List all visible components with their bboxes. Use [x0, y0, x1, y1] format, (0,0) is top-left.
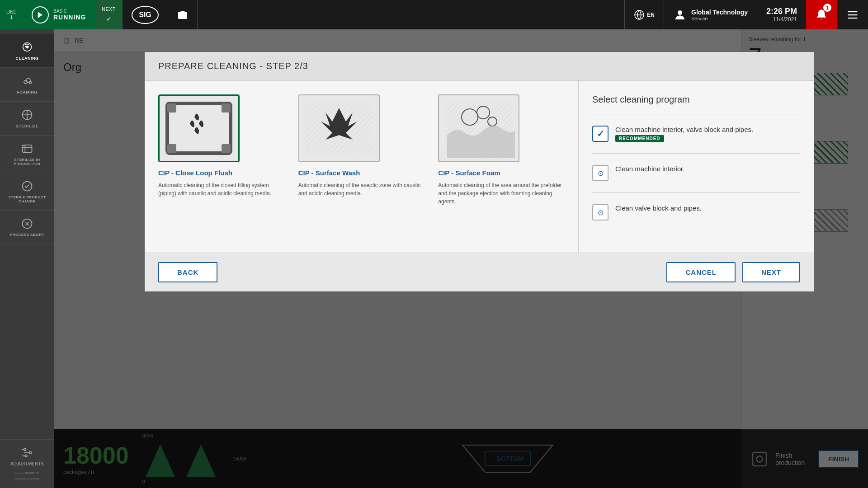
main-content: 📋 RE Org Sleeves remaining for ℹ 7 min C… — [54, 29, 868, 488]
sidebar-label-foaming: FOAMING — [17, 90, 38, 94]
svg-point-8 — [26, 46, 28, 48]
svg-point-11 — [29, 81, 32, 84]
cip-surface-wash-desc: Automatic cleaning of the aseptic zone w… — [298, 181, 425, 197]
program-label-valve-clean: Clean valve block and pipes. — [615, 204, 800, 212]
prepare-cleaning-dialog: PREPARE CLEANING - STEP 2/3 — [145, 52, 814, 291]
sidebar-label-adjustments: ADJUSTMENTS — [10, 461, 44, 466]
program-option-interior-clean[interactable]: Clean machine interior. — [592, 160, 800, 186]
program-text-valve-clean: Clean valve block and pipes. — [615, 204, 800, 212]
svg-rect-22 — [167, 103, 176, 113]
line-label: LINE — [6, 9, 16, 14]
sidebar-label-process-abort: PROCESS ABORT — [10, 233, 44, 237]
svg-rect-21 — [167, 103, 231, 153]
sidebar-label-sterilize: STERILIZE — [16, 124, 39, 128]
line-number: 1 — [10, 14, 13, 20]
notification-bell[interactable]: 1 — [806, 0, 837, 29]
transfer-button[interactable] — [595, 0, 624, 29]
divider-1 — [592, 114, 800, 114]
machine-name: SIG Combibloc — [15, 471, 39, 475]
user-name: Global Technology — [691, 9, 748, 16]
cleaning-options: CIP - Close Loop Flush Automatic cleanin… — [145, 81, 579, 253]
cip-close-loop-desc: Automatic cleaning of the closed filling… — [158, 181, 285, 197]
sidebar-label-cleaning: CLEANING — [16, 56, 39, 61]
divider-2 — [592, 153, 800, 154]
dialog-footer: BACK CANCEL NEXT — [145, 253, 814, 291]
current-date: 11/4/2021 — [773, 16, 797, 23]
next-label: NEXT — [102, 7, 116, 12]
select-program-title: Select cleaning program — [592, 94, 800, 105]
current-time: 2:26 PM — [766, 7, 797, 16]
user-info: Global Technology Service — [664, 0, 757, 29]
language-selector[interactable]: EN — [624, 0, 664, 29]
sidebar-item-sterilize-production[interactable]: STERILIZE IN PRODUCTION — [0, 136, 54, 173]
sidebar-item-foaming[interactable]: FOAMING — [0, 68, 54, 102]
program-checkbox-full-clean[interactable] — [592, 126, 609, 142]
cip-surface-foam-title: CIP - Surface Foam — [438, 169, 565, 177]
cleaning-program-panel: Select cleaning program Clean machine in… — [579, 81, 814, 253]
program-label-full-clean: Clean machine interior, valve block and … — [615, 126, 800, 133]
cip-surface-foam-desc: Automatic cleaning of the area around th… — [438, 181, 565, 206]
machine-model: CFA875355501 — [14, 477, 40, 481]
svg-point-3 — [678, 10, 682, 15]
svg-marker-0 — [38, 12, 43, 18]
hamburger-menu[interactable] — [837, 0, 868, 29]
footer-right-buttons: CANCEL NEXT — [666, 262, 800, 282]
cleaning-card-cip-surface-wash[interactable]: CIP - Surface Wash Automatic cleaning of… — [298, 94, 425, 239]
running-label: RUNNING — [53, 14, 86, 21]
cleaning-card-cip-close-loop[interactable]: CIP - Close Loop Flush Automatic cleanin… — [158, 94, 285, 239]
svg-rect-13 — [23, 145, 32, 152]
running-status: BASIC RUNNING — [23, 0, 95, 29]
dialog-title: PREPARE CLEANING - STEP 2/3 — [158, 61, 800, 71]
user-role: Service — [691, 16, 748, 21]
next-check: ✓ — [106, 15, 112, 23]
running-icon — [32, 6, 49, 23]
cleaning-card-cip-surface-foam[interactable]: CIP - Surface Foam Automatic cleaning of… — [438, 94, 565, 239]
divider-3 — [592, 192, 800, 193]
program-checkbox-interior-clean[interactable] — [592, 165, 609, 181]
basic-label: BASIC — [53, 9, 86, 14]
sig-logo: SIG — [123, 0, 168, 29]
next-button[interactable]: NEXT — [742, 262, 800, 282]
sig-brand: SIG — [132, 6, 159, 24]
program-text-interior-clean: Clean machine interior. — [615, 165, 800, 173]
cip-surface-foam-image — [438, 94, 519, 162]
program-option-valve-clean[interactable]: Clean valve block and pipes. — [592, 200, 800, 225]
dialog-body: CIP - Close Loop Flush Automatic cleanin… — [145, 81, 814, 253]
sidebar-item-sterilize[interactable]: STERILIZE — [0, 102, 54, 136]
next-status: NEXT ✓ — [95, 0, 123, 29]
top-header: LINE 1 BASIC RUNNING NEXT ✓ SIG EN Globa… — [0, 0, 868, 29]
back-button[interactable]: BACK — [158, 262, 217, 282]
date-time: 2:26 PM 11/4/2021 — [757, 0, 806, 29]
cip-close-loop-image — [158, 94, 240, 162]
sidebar: CLEANING FOAMING STERILIZE STERILIZE IN … — [0, 29, 54, 488]
camera-button[interactable] — [168, 0, 198, 29]
sidebar-item-sterile-product-change[interactable]: STERILE PRODUCT CHANGE — [0, 173, 54, 211]
cip-surface-wash-title: CIP - Surface Wash — [298, 169, 425, 177]
sidebar-bottom[interactable]: ADJUSTMENTS SIG Combibloc CFA875355501 — [0, 439, 54, 488]
recommended-badge: RECOMMENDED — [615, 135, 664, 142]
cip-close-loop-title: CIP - Close Loop Flush — [158, 169, 285, 177]
svg-rect-24 — [167, 144, 176, 153]
sidebar-label-sterilize-production: STERILIZE IN PRODUCTION — [2, 158, 52, 166]
svg-rect-25 — [222, 144, 231, 153]
sidebar-label-sterile-product-change: STERILE PRODUCT CHANGE — [2, 195, 52, 203]
dialog-header: PREPARE CLEANING - STEP 2/3 — [145, 52, 814, 81]
program-text-full-clean: Clean machine interior, valve block and … — [615, 126, 800, 142]
program-label-interior-clean: Clean machine interior. — [615, 165, 800, 173]
divider-4 — [592, 232, 800, 232]
program-checkbox-valve-clean[interactable] — [592, 204, 609, 221]
cip-surface-wash-image — [298, 94, 380, 162]
cancel-button[interactable]: CANCEL — [666, 262, 736, 282]
line-indicator: LINE 1 — [0, 0, 23, 29]
lang-code: EN — [647, 12, 655, 18]
program-option-full-clean[interactable]: Clean machine interior, valve block and … — [592, 121, 800, 146]
svg-rect-23 — [222, 103, 231, 113]
notification-count: 1 — [823, 4, 831, 12]
sidebar-item-cleaning[interactable]: CLEANING — [0, 34, 54, 68]
sidebar-item-process-abort[interactable]: PROCESS ABORT — [0, 211, 54, 244]
